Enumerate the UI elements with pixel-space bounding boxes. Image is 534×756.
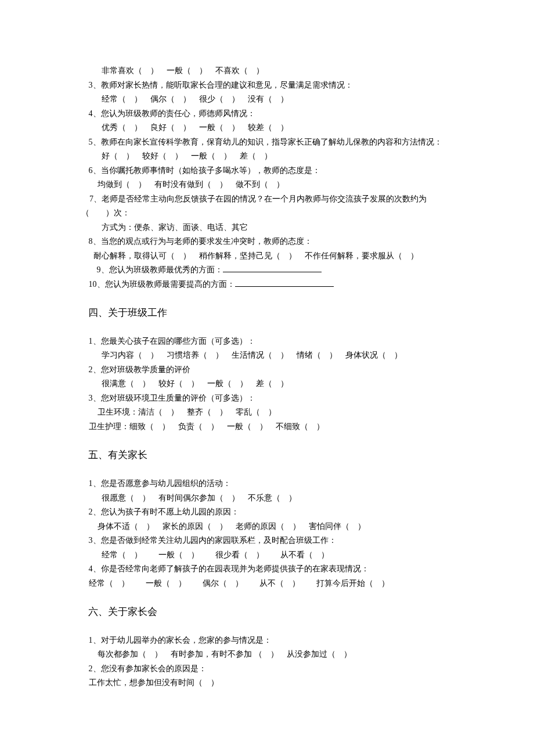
question-6-options: 均做到（ ） 有时没有做到（ ） 做不到（ ） [98, 178, 453, 192]
s5-question-3-options: 经常（ ） 一般（ ） 很少看（ ） 从不看（ ） [102, 548, 453, 563]
s4-question-3-options-2: 卫生护理：细致（ ） 负责（ ） 一般（ ） 不细致（ ） [89, 420, 453, 434]
s4-question-3: 3、您对班级环境卫生质量的评价（可多选）： [89, 391, 453, 406]
section-6-heading: 六、关于家长会 [88, 603, 453, 621]
prev-question-options: 非常喜欢（ ） 一般（ ） 不喜欢（ ） [102, 64, 453, 78]
s5-question-2-options: 身体不适（ ） 家长的原因（ ） 老师的原因（ ） 害怕同伴（ ） [98, 520, 453, 534]
question-4-options: 优秀（ ） 良好（ ） 一般（ ） 较差（ ） [102, 121, 453, 135]
s5-question-3: 3、您是否做到经常关注幼儿园内的家园联系栏，及时配合班级工作： [89, 534, 453, 548]
s5-question-1: 1、您是否愿意参与幼儿园组织的活动： [89, 477, 453, 491]
question-6: 6、当你嘱托教师事情时（如给孩子多喝水等），教师的态度是： [89, 164, 453, 178]
s6-question-2-options: 工作太忙，想参加但没有时间（ ） [89, 676, 453, 690]
question-7-options: 方式为：便条、家访、面谈、电话、其它 [102, 221, 453, 235]
question-9-text: 9、您认为班级教师最优秀的方面： [89, 265, 223, 274]
s5-question-2: 2、您认为孩子有时不愿上幼儿园的原因： [89, 505, 453, 520]
question-9: 9、您认为班级教师最优秀的方面： [89, 263, 453, 278]
s5-question-4-options: 经常（ ） 一般（ ） 偶尔（ ） 从不（ ） 打算今后开始（ ） [89, 577, 453, 591]
question-10-text: 10、您认为班级教师最需要提高的方面： [89, 280, 235, 289]
s4-question-2-options: 很满意（ ） 较好（ ） 一般（ ） 差（ ） [102, 377, 453, 391]
question-9-blank[interactable] [223, 264, 322, 272]
section-4-heading: 四、关于班级工作 [88, 304, 453, 322]
question-10: 10、您认为班级教师最需要提高的方面： [89, 278, 453, 292]
s4-question-1: 1、您最关心孩子在园的哪些方面（可多选）： [89, 334, 453, 349]
question-8-options: 耐心解释，取得认可（ ） 稍作解释，坚持己见（ ） 不作任何解释，要求服从（ ） [93, 249, 453, 264]
question-8: 8、当您的观点或行为与老师的要求发生冲突时，教师的态度： [89, 235, 453, 249]
question-5: 5、教师在向家长宣传科学教育，保育幼儿的知识，指导家长正确了解幼儿保教的内容和方… [89, 135, 453, 150]
s5-question-4: 4、你是否经常向老师了解孩子的在园表现并为老师提供孩子的在家表现情况： [89, 562, 453, 577]
question-3-options: 经常（ ） 偶尔（ ） 很少（ ） 没有（ ） [102, 92, 453, 107]
s6-question-1-options: 每次都参加（ ） 有时参加，有时不参加 （ ） 从没参加过（ ） [98, 647, 453, 662]
question-4: 4、您认为班级教师的责任心，师德师风情况： [89, 107, 453, 121]
question-3: 3、教师对家长热情，能听取家长合理的建议和意见，尽量满足需求情况： [89, 78, 453, 93]
s5-question-1-options: 很愿意（ ） 有时间偶尔参加（ ） 不乐意（ ） [102, 491, 453, 506]
question-5-options: 好（ ） 较好（ ） 一般（ ） 差（ ） [102, 149, 453, 164]
s4-question-1-options: 学习内容（ ） 习惯培养（ ） 生活情况（ ） 情绪（ ） 身体状况（ ） [102, 348, 453, 363]
s4-question-3-options-1: 卫生环境：清洁（ ） 整齐（ ） 零乱（ ） [98, 405, 453, 420]
s6-question-1: 1、对于幼儿园举办的家长会，您家的参与情况是： [89, 633, 453, 648]
section-5-heading: 五、有关家长 [88, 447, 453, 464]
s4-question-2: 2、您对班级教学质量的评价 [89, 363, 453, 377]
s6-question-2: 2、您没有参加家长会的原因是： [89, 662, 453, 676]
question-10-blank[interactable] [235, 278, 334, 287]
question-7: 7、老师是否经常主动向您反馈孩子在园的情况？在一个月内教师与你交流孩子发展的次数… [81, 192, 453, 221]
